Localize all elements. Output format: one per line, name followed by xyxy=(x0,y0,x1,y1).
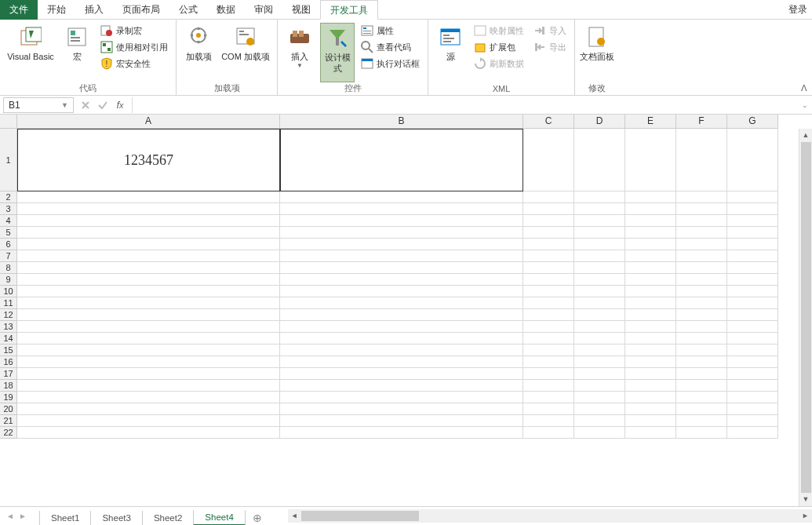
cell-G5[interactable] xyxy=(727,227,778,239)
cell-A20[interactable] xyxy=(17,403,280,415)
cell-E6[interactable] xyxy=(625,239,676,250)
insert-function-button[interactable]: fx xyxy=(111,97,129,114)
cell-F21[interactable] xyxy=(676,415,727,427)
cell-C17[interactable] xyxy=(523,368,574,380)
row-header-19[interactable]: 19 xyxy=(0,392,17,403)
cell-G12[interactable] xyxy=(727,309,778,321)
scroll-up-button[interactable]: ▲ xyxy=(799,129,812,142)
cell-F15[interactable] xyxy=(676,345,727,356)
cell-D7[interactable] xyxy=(574,250,625,262)
sheet-tab-2[interactable]: Sheet2 xyxy=(142,511,194,526)
cell-G8[interactable] xyxy=(727,262,778,274)
cell-E14[interactable] xyxy=(625,333,676,345)
sheet-tab-3[interactable]: Sheet4 xyxy=(193,510,245,526)
sheet-tab-1[interactable]: Sheet3 xyxy=(90,511,142,526)
cell-F16[interactable] xyxy=(676,356,727,368)
row-header-3[interactable]: 3 xyxy=(0,203,17,215)
cell-D12[interactable] xyxy=(574,309,625,321)
cell-G1[interactable] xyxy=(727,129,778,191)
tab-home[interactable]: 开始 xyxy=(38,0,75,20)
row-header-15[interactable]: 15 xyxy=(0,345,17,356)
export-button[interactable]: 导出 xyxy=(530,39,570,55)
cell-D8[interactable] xyxy=(574,262,625,274)
cell-D5[interactable] xyxy=(574,227,625,239)
cell-C14[interactable] xyxy=(523,333,574,345)
cell-C20[interactable] xyxy=(523,403,574,415)
visual-basic-button[interactable]: Visual Basic xyxy=(5,23,56,82)
cell-G4[interactable] xyxy=(727,215,778,227)
cell-F9[interactable] xyxy=(676,274,727,286)
cell-B17[interactable] xyxy=(280,368,523,380)
cell-F1[interactable] xyxy=(676,129,727,191)
cell-G6[interactable] xyxy=(727,239,778,250)
cell-D20[interactable] xyxy=(574,403,625,415)
cell-B9[interactable] xyxy=(280,274,523,286)
cell-C2[interactable] xyxy=(523,191,574,203)
cell-D11[interactable] xyxy=(574,297,625,309)
cell-G15[interactable] xyxy=(727,345,778,356)
cell-F19[interactable] xyxy=(676,392,727,403)
cell-C16[interactable] xyxy=(523,356,574,368)
cell-C6[interactable] xyxy=(523,239,574,250)
scroll-right-button[interactable]: ► xyxy=(799,509,812,523)
com-addins-button[interactable]: COM 加载项 xyxy=(219,23,272,82)
login-link[interactable]: 登录 xyxy=(788,3,807,16)
cell-D15[interactable] xyxy=(574,345,625,356)
cell-B16[interactable] xyxy=(280,356,523,368)
import-button[interactable]: 导入 xyxy=(530,23,570,38)
cell-B14[interactable] xyxy=(280,333,523,345)
row-header-11[interactable]: 11 xyxy=(0,297,17,309)
cell-F18[interactable] xyxy=(676,380,727,392)
addins-button[interactable]: 加载项 xyxy=(181,23,216,82)
cell-C11[interactable] xyxy=(523,297,574,309)
cell-G2[interactable] xyxy=(727,191,778,203)
row-header-4[interactable]: 4 xyxy=(0,215,17,227)
cell-A1[interactable]: 1234567 xyxy=(17,129,280,191)
row-header-22[interactable]: 22 xyxy=(0,427,17,439)
cell-F8[interactable] xyxy=(676,262,727,274)
xml-source-button[interactable]: 源 xyxy=(433,23,468,82)
cell-B3[interactable] xyxy=(280,203,523,215)
cell-D13[interactable] xyxy=(574,321,625,333)
cell-E11[interactable] xyxy=(625,297,676,309)
scroll-down-button[interactable]: ▼ xyxy=(799,493,812,506)
cell-E12[interactable] xyxy=(625,309,676,321)
cell-E13[interactable] xyxy=(625,321,676,333)
cell-F5[interactable] xyxy=(676,227,727,239)
cell-A21[interactable] xyxy=(17,415,280,427)
row-header-5[interactable]: 5 xyxy=(0,227,17,239)
cell-G7[interactable] xyxy=(727,250,778,262)
cell-C1[interactable] xyxy=(523,129,574,191)
cell-B21[interactable] xyxy=(280,415,523,427)
cell-E21[interactable] xyxy=(625,415,676,427)
relative-ref-button[interactable]: 使用相对引用 xyxy=(97,39,171,55)
cell-E2[interactable] xyxy=(625,191,676,203)
cell-E9[interactable] xyxy=(625,274,676,286)
cell-F10[interactable] xyxy=(676,286,727,297)
cell-E7[interactable] xyxy=(625,250,676,262)
cell-B5[interactable] xyxy=(280,227,523,239)
cell-A17[interactable] xyxy=(17,368,280,380)
formula-input[interactable] xyxy=(132,97,798,113)
cell-D2[interactable] xyxy=(574,191,625,203)
tab-insert[interactable]: 插入 xyxy=(75,0,113,20)
cell-G3[interactable] xyxy=(727,203,778,215)
tab-file[interactable]: 文件 xyxy=(0,0,38,20)
cell-C12[interactable] xyxy=(523,309,574,321)
row-header-12[interactable]: 12 xyxy=(0,309,17,321)
map-properties-button[interactable]: 映射属性 xyxy=(471,23,527,38)
cell-E18[interactable] xyxy=(625,380,676,392)
sheet-nav-next[interactable]: ► xyxy=(17,511,28,522)
cell-F17[interactable] xyxy=(676,368,727,380)
cell-B1[interactable] xyxy=(280,129,523,191)
col-header-G[interactable]: G xyxy=(727,115,778,129)
cell-F14[interactable] xyxy=(676,333,727,345)
cell-G22[interactable] xyxy=(727,427,778,439)
cell-D16[interactable] xyxy=(574,356,625,368)
row-header-6[interactable]: 6 xyxy=(0,239,17,250)
cell-D22[interactable] xyxy=(574,427,625,439)
cell-A12[interactable] xyxy=(17,309,280,321)
vertical-scrollbar[interactable]: ▲ ▼ xyxy=(799,129,812,506)
cell-D14[interactable] xyxy=(574,333,625,345)
cell-E8[interactable] xyxy=(625,262,676,274)
